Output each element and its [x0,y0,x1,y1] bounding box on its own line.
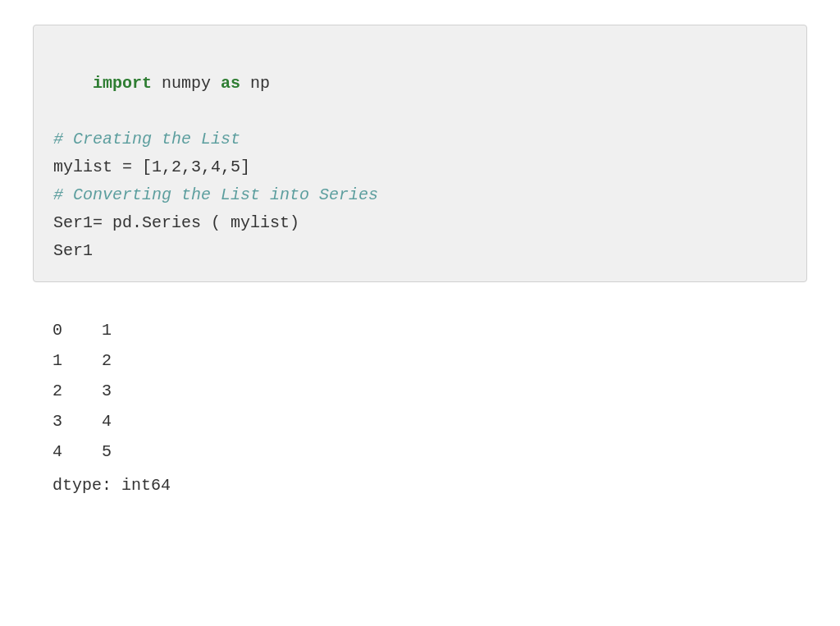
output-value-4: 5 [102,436,112,467]
output-index-3: 3 [52,406,102,436]
output-value-2: 3 [102,376,112,406]
code-text: np [240,74,270,93]
output-row-4: 4 5 [52,436,788,467]
code-line-4: # Converting the List into Series [53,181,787,209]
keyword-import: import [93,74,152,93]
output-index-1: 1 [52,345,102,376]
output-value-0: 1 [102,315,112,345]
keyword-as: as [221,74,240,93]
output-dtype: dtype: int64 [52,470,788,500]
output-row-1: 1 2 [52,345,788,376]
output-row-0: 0 1 [52,315,788,345]
output-value-3: 4 [102,406,112,436]
code-line-1: import numpy as np [53,42,787,126]
output-index-0: 0 [52,315,102,345]
code-line-3: mylist = [1,2,3,4,5] [53,153,787,181]
code-line-2: # Creating the List [53,126,787,153]
code-text: numpy [152,74,221,93]
output-row-3: 3 4 [52,406,788,436]
output-index-4: 4 [52,436,102,467]
code-cell: import numpy as np # Creating the List m… [33,25,807,282]
output-section: 0 1 1 2 2 3 3 4 4 5 dtype: int64 [33,307,807,509]
output-value-1: 2 [102,345,112,376]
output-row-2: 2 3 [52,376,788,406]
code-line-6: Ser1 [53,237,787,265]
output-index-2: 2 [52,376,102,406]
code-line-5: Ser1= pd.Series ( mylist) [53,209,787,237]
